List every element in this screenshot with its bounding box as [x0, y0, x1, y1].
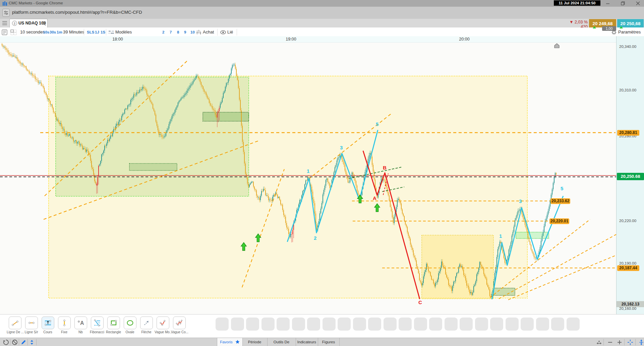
- drawing-tool-price-channel[interactable]: Cours: [40, 317, 56, 334]
- window-title-bar: CMC Markets - Google Chrome: [0, 0, 644, 7]
- menu-icon[interactable]: [2, 21, 7, 25]
- dark-green-zone-2[interactable]: [129, 163, 177, 170]
- green-flag-zone[interactable]: [516, 232, 549, 238]
- template-8[interactable]: 8: [177, 27, 179, 37]
- empty-tool-slot: [399, 318, 412, 331]
- empty-tool-slot: [475, 318, 488, 331]
- fibonacci-icon: [93, 319, 101, 327]
- price-tick: 20,310.00: [619, 88, 636, 92]
- price-axis[interactable]: 20,340.0020,310.0020,280.0020,220.0020,1…: [616, 36, 644, 314]
- template-2[interactable]: 2: [162, 27, 164, 37]
- page-url[interactable]: platform.cmcmarkets.com/popout.html#/app…: [12, 10, 142, 15]
- drawing-tool-label: Flèche: [138, 330, 155, 334]
- empty-tool-slot: [216, 318, 229, 331]
- scroll-marker-icon[interactable]: [554, 44, 559, 48]
- dark-green-zone-1[interactable]: [203, 112, 249, 121]
- crosshair-icon[interactable]: [627, 339, 634, 346]
- price-tick: 20,190.00: [619, 261, 636, 265]
- current-period[interactable]: 10 secondes: [20, 27, 45, 37]
- trade-candles-icon: [196, 30, 201, 35]
- change-percent: 2,03 %: [575, 20, 588, 24]
- rectangle-icon: [110, 319, 118, 327]
- time-tick: 18:00: [112, 37, 123, 42]
- drawing-toolbar: Ligne De ...Ligne S/rCoursFixeANbFibonac…: [0, 314, 644, 338]
- watchlist-icon[interactable]: [2, 29, 8, 35]
- time-tick: 19:00: [286, 37, 296, 42]
- star-icon: [235, 340, 240, 344]
- drawing-tool-wave-motive[interactable]: Vague Mo...: [155, 317, 171, 334]
- restore-button[interactable]: [620, 1, 626, 6]
- price-level-badge-orange: 20,280.81: [617, 130, 639, 136]
- price-tick: 20,340.00: [619, 45, 636, 49]
- window-title: CMC Markets - Google Chrome: [9, 1, 63, 5]
- price-tick: 20,220.00: [619, 219, 636, 223]
- undo-icon[interactable]: [3, 339, 9, 346]
- wave-label: C: [418, 299, 422, 305]
- buy-mode-button[interactable]: Achat: [203, 27, 214, 37]
- zoom-in-icon[interactable]: [616, 339, 623, 346]
- search-icon[interactable]: [41, 21, 46, 26]
- drawing-tool-label: Nb: [72, 330, 89, 334]
- drawing-tool-wave-corrective[interactable]: Vague Co...: [171, 317, 187, 334]
- drawing-tool-label: Ligne De ...: [7, 330, 23, 334]
- price-channel-icon: [44, 319, 52, 327]
- price-chart[interactable]: 1235135ABC: [0, 42, 616, 314]
- drawing-tool-fibonacci[interactable]: Fibonacci: [89, 317, 105, 334]
- sort-arrows-icon[interactable]: [29, 339, 36, 346]
- footer-tab-figures[interactable]: Figures: [318, 338, 340, 346]
- cursor-timestamp: 11 Jul 2024 21:04:50: [554, 0, 600, 6]
- price-level-badge-green: 20,250.68: [617, 173, 644, 180]
- drawn-level-badge[interactable]: 20,220.01: [549, 218, 569, 224]
- footer-tab-outils-de-dessin[interactable]: Outils De Dessin: [267, 338, 296, 346]
- template-9[interactable]: 9: [184, 27, 186, 37]
- period-30s[interactable]: 30s: [50, 27, 56, 37]
- drawing-tool-vertical-line[interactable]: Fixe: [56, 317, 72, 334]
- period-1j[interactable]: 1J: [95, 27, 99, 37]
- footer-tab-indicateurs[interactable]: Indicateurs: [296, 338, 318, 346]
- empty-tool-slot: [368, 318, 381, 331]
- drawing-tool-arrow[interactable]: Flèche: [138, 317, 155, 334]
- templates-button[interactable]: Modèles: [115, 27, 132, 37]
- linked-button[interactable]: Lié: [227, 27, 233, 37]
- browser-address-bar[interactable]: platform.cmcmarkets.com/popout.html#/app…: [0, 7, 644, 19]
- drawing-tool-text-label[interactable]: ANb: [72, 317, 89, 334]
- wave-label: 1: [499, 233, 502, 239]
- disable-icon[interactable]: [11, 339, 18, 346]
- period-1s[interactable]: 1S: [101, 27, 105, 37]
- zoom-out-icon[interactable]: [607, 339, 613, 346]
- drawn-level-badge[interactable]: 20,233.62: [550, 198, 570, 204]
- settings-button[interactable]: Paramètres: [618, 27, 641, 37]
- footer-tab-favoris[interactable]: Favoris: [217, 338, 243, 346]
- footer-tab-période[interactable]: Période: [242, 338, 268, 346]
- sell-up-triangle-icon: [593, 26, 596, 28]
- templates-icon[interactable]: [108, 30, 114, 34]
- template-7[interactable]: 7: [170, 27, 172, 37]
- drawing-tool-ellipse[interactable]: Ovale: [122, 317, 138, 334]
- drawing-tool-label: Ovale: [122, 330, 138, 334]
- drawing-tool-trend-line[interactable]: Ligne De ...: [7, 317, 23, 334]
- ellipse-icon: [126, 319, 134, 327]
- site-settings-icon[interactable]: [2, 9, 10, 17]
- vertical-line-icon: [60, 319, 68, 327]
- close-icon[interactable]: [635, 1, 641, 6]
- cmc-markets-window: CMC Markets - Google Chrome platform.cmc…: [0, 0, 644, 346]
- instrument-tab[interactable]: 2 US NDAQ 100: [9, 19, 48, 28]
- drawing-tool-label: Fixe: [56, 330, 72, 334]
- drawing-tool-rectangle[interactable]: Rectangle: [105, 317, 122, 334]
- time-axis[interactable]: 18:0019:0020:00: [0, 36, 616, 43]
- period-1m[interactable]: 1m: [57, 27, 62, 37]
- layout-grid-icon[interactable]: [10, 29, 17, 35]
- empty-tool-slot: [307, 318, 320, 331]
- period-sls[interactable]: SLS: [87, 27, 94, 37]
- template-10[interactable]: 10: [190, 27, 195, 37]
- wave-label: 2: [314, 235, 316, 241]
- pencil-icon[interactable]: [20, 339, 27, 346]
- green-supply-zone[interactable]: [56, 77, 249, 196]
- empty-tool-slot: [231, 318, 244, 331]
- expand-vertical-icon[interactable]: [638, 339, 644, 346]
- minimize-button[interactable]: [605, 1, 610, 6]
- expand-horizontal-icon[interactable]: [596, 339, 603, 346]
- empty-tool-slot: [323, 318, 336, 331]
- period-10s[interactable]: 10s: [43, 27, 49, 37]
- drawing-tool-horizontal-line[interactable]: Ligne S/r: [23, 317, 40, 334]
